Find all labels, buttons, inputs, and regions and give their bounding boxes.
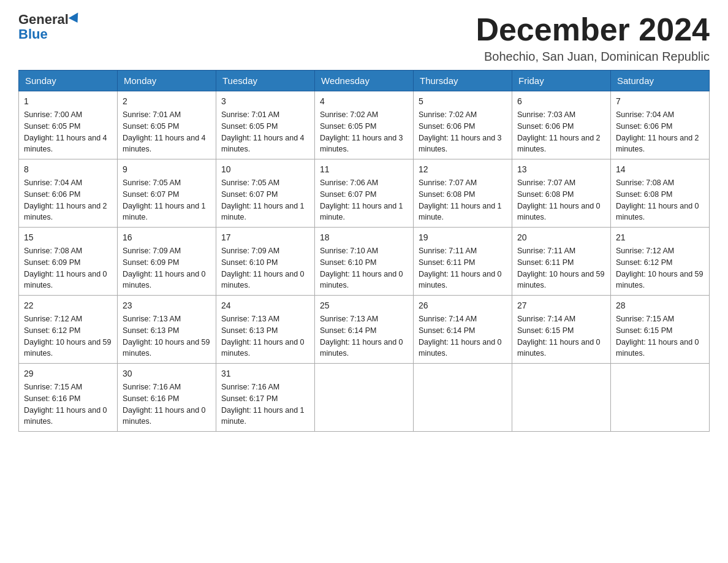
- sunset-text: Sunset: 6:13 PM: [123, 326, 179, 335]
- calendar-cell: 22Sunrise: 7:12 AMSunset: 6:12 PMDayligh…: [19, 296, 118, 364]
- sunset-text: Sunset: 6:10 PM: [221, 258, 278, 267]
- day-number: 15: [24, 231, 112, 244]
- day-number: 30: [123, 367, 211, 380]
- daylight-text: Daylight: 11 hours and 0 minutes.: [320, 338, 403, 358]
- daylight-text: Daylight: 11 hours and 0 minutes.: [24, 270, 107, 290]
- calendar-cell: 26Sunrise: 7:14 AMSunset: 6:14 PMDayligh…: [414, 296, 512, 364]
- sunset-text: Sunset: 6:07 PM: [123, 190, 179, 199]
- calendar-cell: 25Sunrise: 7:13 AMSunset: 6:14 PMDayligh…: [315, 296, 414, 364]
- sunset-text: Sunset: 6:17 PM: [221, 394, 278, 403]
- calendar-cell: 1Sunrise: 7:00 AMSunset: 6:05 PMDaylight…: [19, 91, 118, 159]
- daylight-text: Daylight: 11 hours and 4 minutes.: [221, 134, 305, 154]
- sunrise-text: Sunrise: 7:13 AM: [123, 315, 181, 323]
- calendar-cell: 2Sunrise: 7:01 AMSunset: 6:05 PMDaylight…: [118, 91, 216, 159]
- sunrise-text: Sunrise: 7:12 AM: [24, 315, 82, 323]
- sunset-text: Sunset: 6:14 PM: [419, 326, 475, 335]
- calendar-cell: 17Sunrise: 7:09 AMSunset: 6:10 PMDayligh…: [216, 228, 315, 296]
- sunrise-text: Sunrise: 7:15 AM: [616, 315, 674, 323]
- day-number: 8: [24, 163, 112, 176]
- sunset-text: Sunset: 6:07 PM: [221, 190, 278, 199]
- sunrise-text: Sunrise: 7:04 AM: [24, 178, 82, 187]
- calendar-cell: 5Sunrise: 7:02 AMSunset: 6:06 PMDaylight…: [414, 91, 512, 159]
- sunset-text: Sunset: 6:10 PM: [320, 258, 376, 267]
- day-number: 20: [517, 231, 605, 244]
- sunrise-text: Sunrise: 7:01 AM: [123, 110, 181, 119]
- sunrise-text: Sunrise: 7:05 AM: [221, 178, 279, 187]
- sunrise-text: Sunrise: 7:09 AM: [221, 247, 279, 255]
- sunset-text: Sunset: 6:09 PM: [123, 258, 179, 267]
- day-number: 6: [517, 95, 605, 108]
- sunset-text: Sunset: 6:15 PM: [616, 326, 672, 335]
- sunrise-text: Sunrise: 7:05 AM: [123, 178, 181, 187]
- daylight-text: Daylight: 11 hours and 1 minute.: [419, 202, 502, 222]
- calendar-week-row: 1Sunrise: 7:00 AMSunset: 6:05 PMDaylight…: [19, 91, 710, 159]
- calendar-cell: 18Sunrise: 7:10 AMSunset: 6:10 PMDayligh…: [315, 228, 414, 296]
- calendar-cell: 6Sunrise: 7:03 AMSunset: 6:06 PMDaylight…: [512, 91, 611, 159]
- sunset-text: Sunset: 6:16 PM: [24, 394, 80, 403]
- sunrise-text: Sunrise: 7:12 AM: [616, 247, 674, 255]
- location-title: Bohechio, San Juan, Dominican Republic: [476, 50, 710, 64]
- sunrise-text: Sunrise: 7:04 AM: [616, 110, 674, 119]
- calendar-cell: 10Sunrise: 7:05 AMSunset: 6:07 PMDayligh…: [216, 159, 315, 228]
- daylight-text: Daylight: 10 hours and 59 minutes.: [517, 270, 604, 290]
- sunrise-text: Sunrise: 7:03 AM: [517, 110, 575, 119]
- calendar-cell: [315, 364, 414, 432]
- sunset-text: Sunset: 6:16 PM: [123, 394, 179, 403]
- calendar-cell: 13Sunrise: 7:07 AMSunset: 6:08 PMDayligh…: [512, 159, 611, 228]
- calendar-table: SundayMondayTuesdayWednesdayThursdayFrid…: [18, 70, 710, 432]
- column-header-sunday: Sunday: [19, 71, 118, 91]
- calendar-cell: 7Sunrise: 7:04 AMSunset: 6:06 PMDaylight…: [611, 91, 710, 159]
- calendar-cell: 9Sunrise: 7:05 AMSunset: 6:07 PMDaylight…: [118, 159, 216, 228]
- daylight-text: Daylight: 10 hours and 59 minutes.: [123, 338, 210, 358]
- calendar-cell: 19Sunrise: 7:11 AMSunset: 6:11 PMDayligh…: [414, 228, 512, 296]
- sunset-text: Sunset: 6:11 PM: [419, 258, 475, 267]
- page-header: General Blue December 2024 Bohechio, San…: [18, 12, 710, 64]
- calendar-week-row: 29Sunrise: 7:15 AMSunset: 6:16 PMDayligh…: [19, 364, 710, 432]
- day-number: 14: [616, 163, 704, 176]
- calendar-cell: 29Sunrise: 7:15 AMSunset: 6:16 PMDayligh…: [19, 364, 118, 432]
- daylight-text: Daylight: 11 hours and 0 minutes.: [616, 202, 699, 222]
- daylight-text: Daylight: 11 hours and 0 minutes.: [24, 406, 107, 426]
- calendar-week-row: 15Sunrise: 7:08 AMSunset: 6:09 PMDayligh…: [19, 228, 710, 296]
- calendar-cell: 24Sunrise: 7:13 AMSunset: 6:13 PMDayligh…: [216, 296, 315, 364]
- day-number: 5: [419, 95, 507, 108]
- daylight-text: Daylight: 11 hours and 1 minute.: [320, 202, 403, 222]
- sunset-text: Sunset: 6:12 PM: [616, 258, 672, 267]
- sunset-text: Sunset: 6:08 PM: [419, 190, 475, 199]
- sunrise-text: Sunrise: 7:13 AM: [221, 315, 279, 323]
- day-number: 7: [616, 95, 704, 108]
- sunrise-text: Sunrise: 7:16 AM: [221, 383, 279, 391]
- daylight-text: Daylight: 11 hours and 0 minutes.: [123, 270, 206, 290]
- column-header-monday: Monday: [118, 71, 216, 91]
- calendar-cell: 31Sunrise: 7:16 AMSunset: 6:17 PMDayligh…: [216, 364, 315, 432]
- daylight-text: Daylight: 11 hours and 3 minutes.: [320, 134, 403, 154]
- day-number: 29: [24, 367, 112, 380]
- sunset-text: Sunset: 6:08 PM: [517, 190, 574, 199]
- day-number: 2: [123, 95, 211, 108]
- calendar-cell: [414, 364, 512, 432]
- day-number: 26: [419, 299, 507, 312]
- sunrise-text: Sunrise: 7:09 AM: [123, 247, 181, 255]
- day-number: 21: [616, 231, 704, 244]
- day-number: 23: [123, 299, 211, 312]
- calendar-cell: 23Sunrise: 7:13 AMSunset: 6:13 PMDayligh…: [118, 296, 216, 364]
- daylight-text: Daylight: 11 hours and 0 minutes.: [419, 338, 502, 358]
- sunset-text: Sunset: 6:05 PM: [24, 122, 80, 131]
- calendar-cell: 30Sunrise: 7:16 AMSunset: 6:16 PMDayligh…: [118, 364, 216, 432]
- sunrise-text: Sunrise: 7:00 AM: [24, 110, 82, 119]
- calendar-cell: 11Sunrise: 7:06 AMSunset: 6:07 PMDayligh…: [315, 159, 414, 228]
- daylight-text: Daylight: 10 hours and 59 minutes.: [616, 270, 703, 290]
- calendar-cell: 20Sunrise: 7:11 AMSunset: 6:11 PMDayligh…: [512, 228, 611, 296]
- sunset-text: Sunset: 6:08 PM: [616, 190, 672, 199]
- sunrise-text: Sunrise: 7:13 AM: [320, 315, 378, 323]
- logo-blue-text: Blue: [18, 27, 81, 42]
- daylight-text: Daylight: 11 hours and 4 minutes.: [24, 134, 107, 154]
- daylight-text: Daylight: 11 hours and 2 minutes.: [616, 134, 699, 154]
- calendar-cell: 21Sunrise: 7:12 AMSunset: 6:12 PMDayligh…: [611, 228, 710, 296]
- daylight-text: Daylight: 11 hours and 0 minutes.: [320, 270, 403, 290]
- sunset-text: Sunset: 6:13 PM: [221, 326, 278, 335]
- daylight-text: Daylight: 11 hours and 0 minutes.: [517, 202, 601, 222]
- day-number: 31: [221, 367, 309, 380]
- logo: General Blue: [18, 12, 81, 42]
- daylight-text: Daylight: 11 hours and 0 minutes.: [123, 406, 206, 426]
